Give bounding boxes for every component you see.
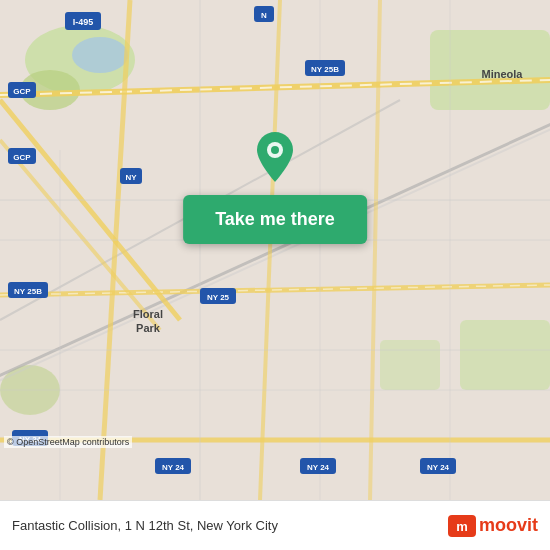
svg-text:Park: Park xyxy=(136,322,161,334)
svg-text:GCP: GCP xyxy=(13,87,31,96)
svg-text:N: N xyxy=(261,11,267,20)
location-pin xyxy=(248,130,302,184)
svg-point-57 xyxy=(271,146,279,154)
map-attribution: © OpenStreetMap contributors xyxy=(4,436,132,448)
svg-point-7 xyxy=(72,37,128,73)
location-text: Fantastic Collision, 1 N 12th St, New Yo… xyxy=(12,518,448,533)
map-container: I-495 GCP GCP NY 25B NY 25B NY 25 NY 24 … xyxy=(0,0,550,500)
take-me-there-button[interactable]: Take me there xyxy=(183,195,367,244)
moovit-logo-text: moovit xyxy=(479,515,538,536)
svg-text:I-495: I-495 xyxy=(73,17,94,27)
svg-rect-4 xyxy=(460,320,550,390)
svg-text:m: m xyxy=(456,519,468,534)
svg-rect-5 xyxy=(380,340,440,390)
svg-text:NY: NY xyxy=(125,173,137,182)
svg-text:Mineola: Mineola xyxy=(482,68,524,80)
svg-text:NY 25B: NY 25B xyxy=(311,65,339,74)
svg-text:NY 24: NY 24 xyxy=(307,463,330,472)
moovit-logo: m moovit xyxy=(448,515,538,537)
svg-text:Floral: Floral xyxy=(133,308,163,320)
bottom-bar: Fantastic Collision, 1 N 12th St, New Yo… xyxy=(0,500,550,550)
svg-text:NY 25B: NY 25B xyxy=(14,287,42,296)
svg-text:NY 25: NY 25 xyxy=(207,293,230,302)
svg-text:NY 24: NY 24 xyxy=(162,463,185,472)
svg-text:GCP: GCP xyxy=(13,153,31,162)
svg-text:NY 24: NY 24 xyxy=(427,463,450,472)
